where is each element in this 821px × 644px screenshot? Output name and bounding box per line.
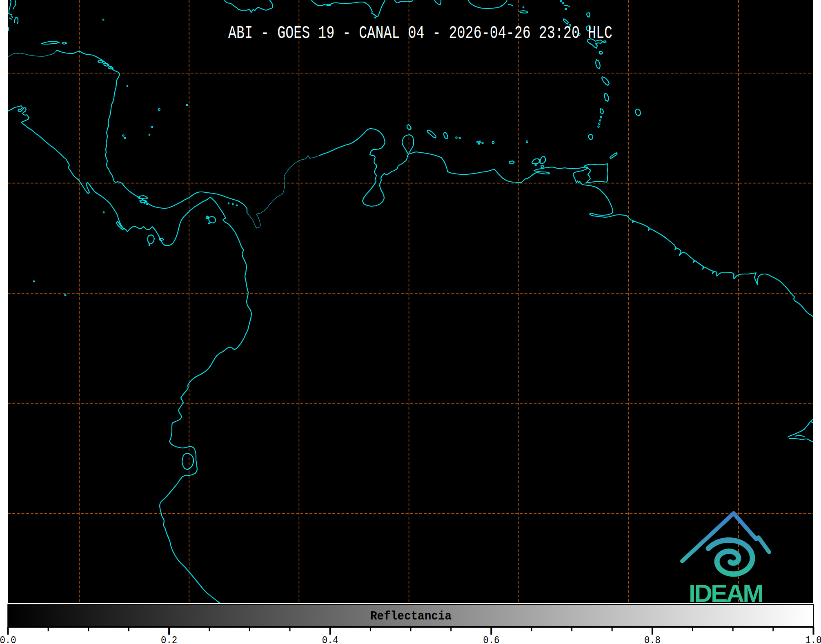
svg-text:0.8: 0.8 — [644, 634, 661, 644]
svg-text:1.0: 1.0 — [805, 634, 821, 644]
svg-text:0.6: 0.6 — [483, 634, 499, 644]
svg-text:0.4: 0.4 — [322, 634, 338, 644]
svg-text:IDEAM: IDEAM — [689, 579, 764, 607]
svg-text:ABI - GOES 19 - CANAL 04 - 202: ABI - GOES 19 - CANAL 04 - 2026-04-26 23… — [228, 23, 612, 43]
svg-text:0.2: 0.2 — [161, 634, 177, 644]
svg-text:Reflectancia: Reflectancia — [370, 609, 452, 623]
svg-text:0.0: 0.0 — [0, 634, 16, 644]
